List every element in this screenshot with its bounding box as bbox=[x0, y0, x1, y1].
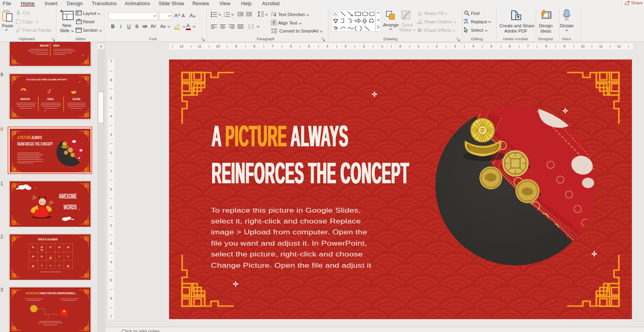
svg-text:A: A bbox=[190, 12, 193, 18]
svg-text:28: 28 bbox=[58, 246, 60, 248]
svg-text:31: 31 bbox=[41, 255, 43, 258]
svg-text:7: 7 bbox=[59, 264, 60, 267]
svg-text:1: 1 bbox=[224, 12, 225, 14]
svg-text:29: 29 bbox=[67, 246, 69, 248]
svg-text:2: 2 bbox=[224, 15, 225, 17]
svg-text:A: A bbox=[334, 12, 337, 16]
svg-text:30: 30 bbox=[32, 255, 34, 258]
svg-text:26: 26 bbox=[41, 246, 43, 248]
svg-text:25: 25 bbox=[32, 246, 34, 248]
svg-text:6: 6 bbox=[50, 264, 51, 267]
svg-text:c: c bbox=[467, 21, 469, 24]
svg-text:2: 2 bbox=[59, 255, 60, 258]
svg-text:5: 5 bbox=[41, 264, 42, 267]
svg-text:1: 1 bbox=[50, 255, 51, 258]
svg-text:27: 27 bbox=[50, 246, 52, 248]
svg-text:3: 3 bbox=[68, 255, 69, 258]
